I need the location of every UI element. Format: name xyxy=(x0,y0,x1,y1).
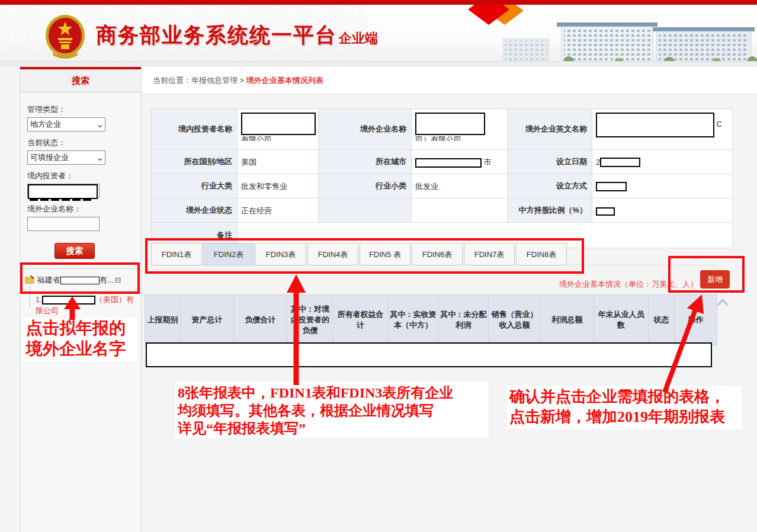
report-column-header: 状态 xyxy=(649,295,675,345)
section-caption: 境外企业基本情况（单位：万美元、人） xyxy=(319,279,698,290)
sidebar-field-label: 境内投资者： xyxy=(27,171,134,181)
info-field-value: C xyxy=(592,109,733,150)
report-column-header: 操作 xyxy=(675,295,717,345)
redaction-box xyxy=(42,296,95,305)
tabs-underline xyxy=(569,265,717,265)
info-field-label: 设立日期 xyxy=(508,150,592,174)
sidebar-select[interactable]: 地方企业⌄ xyxy=(27,117,105,132)
tab-FDIN5表[interactable]: FDIN5 表 xyxy=(360,243,410,265)
info-field-label: 行业小类 xyxy=(319,174,412,198)
app-badge: 企业端 xyxy=(339,30,378,47)
report-column-header: 其中：实收资本（中方） xyxy=(388,295,439,345)
sidebar-field-label: 管理类型： xyxy=(27,104,134,115)
folder-edit-icon xyxy=(25,275,35,284)
info-field-value: 批发业 xyxy=(412,174,508,198)
select-value: 可填报企业 xyxy=(30,153,69,162)
tab-FDIN4表[interactable]: FDIN4表 xyxy=(307,243,358,265)
info-field-value: 2 xyxy=(592,150,733,174)
redaction-box xyxy=(596,113,714,137)
redaction-box xyxy=(600,158,640,167)
info-field-label: 境外企业英文名称 xyxy=(508,109,592,150)
sidebar-field-label: 当前状态： xyxy=(27,137,134,148)
report-column-header: 上报期别 xyxy=(145,295,181,345)
breadcrumb-current: 境外企业基本情况列表 xyxy=(246,76,323,85)
breadcrumb-prefix: 当前位置：年报信息管理 > xyxy=(153,76,246,85)
report-column-header: 销售（营业）收入总额 xyxy=(489,295,541,345)
info-field-value: 司）有限公司 xyxy=(412,109,508,150)
info-field-label: 境外企业状态 xyxy=(152,198,238,223)
breadcrumb: 当前位置：年报信息管理 > 境外企业基本情况列表 xyxy=(142,67,757,94)
header: 商务部业务系统统一平台 企业端 xyxy=(0,5,757,61)
report-column-header: 其中：未分配利润 xyxy=(439,295,489,345)
tab-FDIN1表[interactable]: FDIN1表 xyxy=(151,243,202,265)
tree-item-overseas-company[interactable]: 1.（美国）有限公司 xyxy=(28,294,141,316)
redaction-box xyxy=(596,207,615,216)
sidebar-input[interactable] xyxy=(27,184,100,198)
info-field-label: 所在城市 xyxy=(319,150,412,174)
report-column-header: 其中：对境内投资者的负债 xyxy=(287,295,333,345)
info-field-label: 设立方式 xyxy=(508,174,592,198)
annual-report-table: 上报期别资产总计负债合计其中：对境内投资者的负债所有者权益合计其中：实收资本（中… xyxy=(145,294,717,345)
chevron-down-icon: ⌄ xyxy=(96,118,104,131)
main-content: 当前位置：年报信息管理 > 境外企业基本情况列表 境内投资者名称有限公司境外企业… xyxy=(142,67,757,532)
info-field-label: 行业大类 xyxy=(152,174,238,198)
tab-FDIN3表[interactable]: FDIN3表 xyxy=(255,243,306,265)
tree-item-index: 1. xyxy=(36,295,42,304)
info-field-value xyxy=(412,198,508,223)
tab-FDIN7表[interactable]: FDIN7表 xyxy=(464,243,515,265)
info-field-label xyxy=(319,198,412,223)
info-field-label: 中方持股比例（%） xyxy=(508,198,592,223)
info-field-label: 境内投资者名称 xyxy=(152,109,238,150)
redacted-table-row xyxy=(146,342,712,367)
company-tree: 福建省有...⊟ 1.（美国）有限公司 xyxy=(20,269,141,316)
tree-root-investor[interactable]: 福建省有...⊟ xyxy=(25,275,136,286)
table-foot-line xyxy=(145,373,717,373)
scroll-up-icon[interactable] xyxy=(717,298,728,306)
search-button[interactable]: 搜索 xyxy=(54,243,95,259)
info-field-label: 所在国别/地区 xyxy=(152,150,238,174)
info-field-value: 美国 xyxy=(238,150,319,174)
sidebar-select[interactable]: 可填报企业⌄ xyxy=(27,150,105,165)
redaction-box xyxy=(415,113,485,135)
building-illustration xyxy=(498,9,757,66)
report-column-header: 利润总额 xyxy=(541,295,594,345)
collapse-icon[interactable]: ⊟ xyxy=(114,275,121,284)
redaction-box xyxy=(28,184,98,199)
redaction-box xyxy=(60,277,100,284)
tree-root-suffix: 有... xyxy=(100,275,114,284)
report-column-header: 所有者权益合计 xyxy=(333,295,388,345)
tab-FDIN8表[interactable]: FDIN8表 xyxy=(516,243,567,265)
header-separator xyxy=(0,61,757,67)
info-field-value xyxy=(592,198,733,223)
info-field-value: 正在经营 xyxy=(238,198,319,223)
redaction-smudge xyxy=(30,198,94,201)
add-button[interactable]: 新增 xyxy=(700,270,730,289)
fdin-tab-bar: FDIN1表FDIN2表FDIN3表FDIN4表FDIN5 表FDIN6表FDI… xyxy=(151,243,568,265)
sidebar-field-label: 境外企业名称： xyxy=(27,204,134,214)
redaction-box xyxy=(596,182,627,191)
sidebar: 搜索 管理类型：地方企业⌄当前状态：可填报企业⌄境内投资者：境外企业名称： 搜索… xyxy=(20,67,142,532)
info-field-label: 境外企业名称 xyxy=(319,109,412,150)
clipped-redacted-text: 有限公司 xyxy=(241,136,316,141)
tab-FDIN6表[interactable]: FDIN6表 xyxy=(412,243,463,265)
company-info-table: 境内投资者名称有限公司境外企业名称司）有限公司境外企业英文名称 C所在国别/地区… xyxy=(151,108,733,248)
clipped-redacted-text: 司）有限公司 xyxy=(415,136,505,141)
sidebar-search-form: 管理类型：地方企业⌄当前状态：可填报企业⌄境内投资者：境外企业名称： xyxy=(20,92,141,231)
report-column-header: 资产总计 xyxy=(181,295,234,345)
sidebar-input[interactable] xyxy=(27,217,100,231)
redaction-box xyxy=(241,113,316,135)
info-field-value: 有限公司 xyxy=(238,109,319,150)
select-value: 地方企业 xyxy=(30,120,61,129)
redaction-box xyxy=(415,158,482,168)
national-emblem-logo xyxy=(44,13,86,60)
info-field-value: 市 xyxy=(412,150,508,174)
info-field-value xyxy=(592,174,733,198)
info-field-value: 批发和零售业 xyxy=(238,174,319,198)
sidebar-panel-title: 搜索 xyxy=(20,69,141,92)
app-title: 商务部业务系统统一平台 xyxy=(96,21,337,49)
tree-root-label: 福建省 xyxy=(37,275,60,284)
report-column-header: 年末从业人员数 xyxy=(594,295,649,345)
tab-FDIN2表[interactable]: FDIN2表 xyxy=(203,243,254,265)
page: 商务部业务系统统一平台 企业端 xyxy=(0,0,757,532)
chevron-down-icon: ⌄ xyxy=(96,151,104,164)
